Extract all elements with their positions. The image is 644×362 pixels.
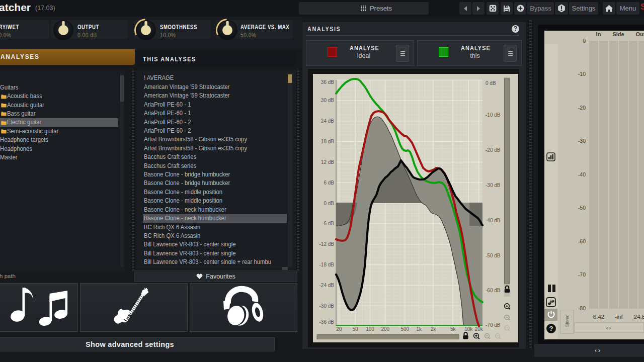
svg-text:-36 dB: -36 dB [319,319,335,325]
svg-text:200: 200 [381,326,389,332]
svg-text:-20 dB: -20 dB [486,147,501,153]
svg-text:5k: 5k [450,326,456,332]
svg-text:6 dB: 6 dB [324,180,334,186]
svg-text:500: 500 [400,326,409,332]
svg-text:2k: 2k [431,326,437,332]
svg-text:20: 20 [336,326,342,332]
svg-text:50: 50 [352,326,358,332]
svg-text:-10 dB: -10 dB [486,112,501,118]
svg-text:10k: 10k [464,326,473,332]
svg-text:24 dB: 24 dB [321,118,334,124]
svg-text:-24 dB: -24 dB [319,283,335,288]
svg-text:-70 dB: -70 dB [486,322,501,328]
svg-text:0 dB: 0 dB [486,80,496,86]
svg-text:-6 dB: -6 dB [322,221,334,226]
svg-text:12 dB: 12 dB [321,159,334,165]
svg-text:-40 dB: -40 dB [486,218,501,223]
svg-text:-18 dB: -18 dB [319,262,335,267]
svg-text:1k: 1k [416,326,422,332]
svg-text:-30 dB: -30 dB [319,303,335,309]
svg-text:-30 dB: -30 dB [486,183,501,188]
svg-text:36 dB: 36 dB [321,79,334,85]
svg-text:0 dB: 0 dB [324,201,334,206]
svg-text:-60 dB: -60 dB [486,288,501,293]
svg-text:-12 dB: -12 dB [319,241,335,247]
svg-text:-50 dB: -50 dB [486,253,501,258]
svg-text:18 dB: 18 dB [321,139,334,144]
svg-text:30 dB: 30 dB [321,98,334,103]
svg-text:100: 100 [366,326,374,332]
svg-text:20k: 20k [475,326,484,332]
